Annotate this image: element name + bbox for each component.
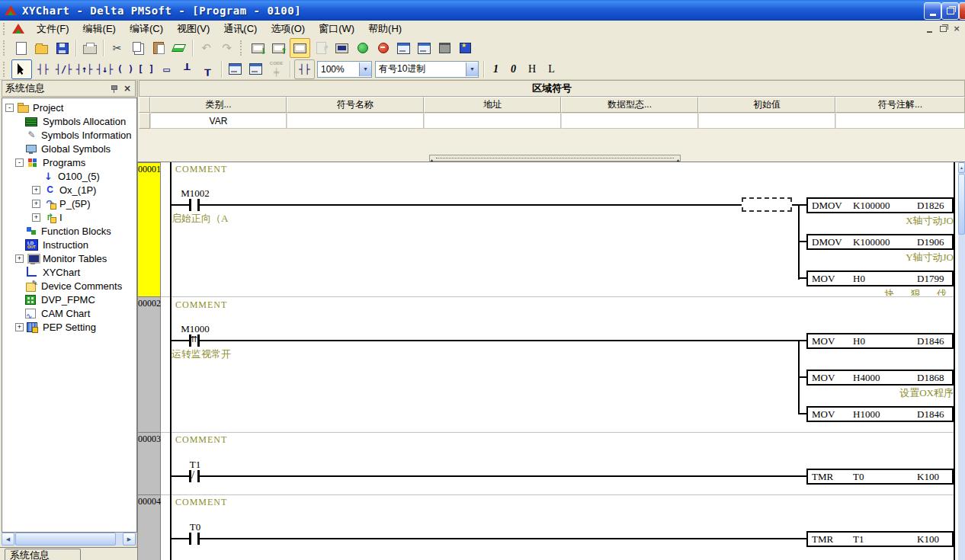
tree-item-programs[interactable]: Programs [2, 155, 137, 169]
menu-window[interactable]: 窗口(W) [312, 20, 361, 38]
rung-number-4[interactable]: 00004 [137, 494, 161, 560]
tree-hscrollbar[interactable]: ◀ ▶ [2, 533, 136, 546]
erase-button[interactable] [169, 39, 188, 57]
mdi-minimize-button[interactable] [924, 24, 935, 34]
tree-item-xychart[interactable]: XYChart [2, 265, 137, 279]
instruction-box[interactable]: MOV H0 D1846 [806, 333, 954, 349]
rung-output-up-tool-button[interactable] [178, 60, 197, 78]
cell-address[interactable] [424, 113, 561, 129]
zoom-combo[interactable]: 100% [317, 61, 372, 78]
expand-icon[interactable] [32, 213, 40, 222]
scroll-thumb[interactable] [15, 533, 116, 546]
compile-ladder-button[interactable] [226, 60, 245, 78]
table-collapse-bar[interactable] [429, 155, 681, 162]
tree-item-global-symbols[interactable]: Global Symbols [2, 142, 137, 155]
tree-item-symbols-allocation[interactable]: Symbols Allocation [2, 114, 137, 128]
monitor-button[interactable] [332, 39, 351, 57]
ladder-display-button[interactable] [294, 59, 315, 79]
wizard-button[interactable] [456, 39, 475, 57]
compile-instruction-button[interactable] [246, 60, 265, 78]
new-button[interactable] [11, 39, 30, 57]
rung4-comment[interactable]: COMMENT [175, 497, 227, 508]
dropdown-arrow-icon[interactable] [466, 62, 478, 76]
collapse-icon[interactable] [15, 158, 24, 167]
mdi-restore-button[interactable] [938, 24, 948, 34]
rung4-contact-label[interactable]: T0 [177, 521, 213, 533]
force-low-button[interactable]: L [548, 63, 555, 75]
tree-item-instruction[interactable]: Instruction [2, 238, 137, 251]
menu-compile[interactable]: 编译(C) [123, 20, 170, 38]
col-header-symbol-name[interactable]: 符号名称 [287, 97, 424, 113]
rung1-contact-label[interactable]: M1002 [177, 187, 213, 200]
contact-no-tool-button[interactable] [34, 60, 53, 78]
open-button[interactable] [32, 39, 51, 57]
menu-communication[interactable]: 通讯(C) [216, 20, 264, 38]
tree-item-symbols-information[interactable]: Symbols Information [2, 128, 137, 142]
select-tool-button[interactable] [11, 59, 32, 79]
contact-nc-tool-button[interactable] [54, 60, 73, 78]
scroll-up-button[interactable]: ▲ [958, 162, 965, 173]
instruction-box[interactable]: TMR T0 K100 [806, 469, 954, 485]
edit-window-button[interactable] [394, 39, 413, 57]
scroll-left-button[interactable]: ◀ [2, 533, 14, 546]
contact-rising-tool-button[interactable] [75, 60, 94, 78]
rung-output-down-tool-button[interactable] [198, 60, 217, 78]
monitor-window-button[interactable] [415, 39, 434, 57]
contact-falling-tool-button[interactable] [95, 60, 114, 78]
instruction-box[interactable]: MOV H1000 D1846 [806, 406, 954, 422]
paste-button[interactable] [149, 39, 168, 57]
sidebar-close-icon[interactable] [123, 84, 132, 93]
menu-edit[interactable]: 编辑(E) [76, 20, 123, 38]
scroll-thumb[interactable] [958, 174, 965, 235]
collapse-icon[interactable] [5, 104, 14, 112]
tree-item-pep-setting[interactable]: PEP Setting [2, 320, 137, 334]
menu-view[interactable]: 视图(V) [170, 20, 216, 38]
rung-number-1[interactable]: 00001 [137, 162, 161, 297]
expand-icon[interactable] [15, 254, 24, 263]
coil-tool-button[interactable] [116, 60, 135, 78]
cell-symbol-comment[interactable] [835, 113, 965, 129]
col-header-symbol-comment[interactable]: 符号注解... [835, 97, 965, 113]
rung3-contact-label[interactable]: T1 [177, 459, 213, 471]
upload-from-plc-button[interactable] [269, 39, 288, 57]
tree-item-dvp-fpmc[interactable]: DVP_FPMC [2, 293, 137, 306]
pin-icon[interactable] [110, 85, 118, 93]
ladder-vscrollbar[interactable]: ▲ [958, 162, 965, 560]
col-header-data-type[interactable]: 数据型态... [561, 97, 698, 113]
stop-button[interactable] [373, 39, 393, 57]
scroll-right-button[interactable]: ▶ [123, 533, 136, 546]
selection-cursor[interactable] [742, 197, 792, 212]
online-edit-button[interactable] [290, 38, 310, 58]
row-gutter-cell[interactable] [139, 113, 150, 129]
instruction-box[interactable]: DMOV K100000 D1906 [806, 234, 954, 250]
dropdown-arrow-icon[interactable] [359, 62, 371, 76]
tree-item-ox[interactable]: Ox_(1P) [2, 183, 137, 197]
run-button[interactable] [353, 39, 372, 57]
expand-icon[interactable] [32, 186, 40, 194]
tree-item-device-comments[interactable]: Device Comments [2, 279, 137, 293]
instruction-box[interactable]: MOV H0 D1799 [806, 270, 954, 286]
close-button[interactable] [959, 2, 965, 20]
rung2-comment[interactable]: COMMENT [175, 299, 227, 311]
tree-item-o100[interactable]: O100_(5) [2, 169, 137, 183]
rung-number-3[interactable]: 00003 [137, 432, 161, 495]
tree-item-monitor-tables[interactable]: Monitor Tables [2, 251, 137, 265]
col-header-initial-value[interactable]: 初始值 [698, 97, 835, 113]
cell-category[interactable]: VAR [150, 113, 287, 129]
instruction-box[interactable]: DMOV K100000 D1826 [806, 197, 954, 213]
cell-initial-value[interactable] [698, 113, 835, 129]
simulator-button[interactable] [435, 39, 454, 57]
force-off-button[interactable]: 0 [511, 63, 516, 75]
tree-item-p[interactable]: P_(5P) [2, 197, 137, 210]
col-header-category[interactable]: 类别... [150, 97, 287, 113]
restore-button[interactable] [941, 2, 959, 20]
expand-icon[interactable] [32, 200, 40, 208]
menu-help[interactable]: 帮助(H) [361, 20, 409, 38]
minimize-button[interactable] [924, 2, 941, 20]
save-button[interactable] [53, 39, 72, 57]
application-instruction-tool-button[interactable] [157, 60, 176, 78]
expand-icon[interactable] [15, 323, 24, 331]
cell-symbol-name[interactable] [287, 113, 424, 129]
force-high-button[interactable]: H [528, 63, 536, 75]
copy-button[interactable] [128, 39, 147, 57]
